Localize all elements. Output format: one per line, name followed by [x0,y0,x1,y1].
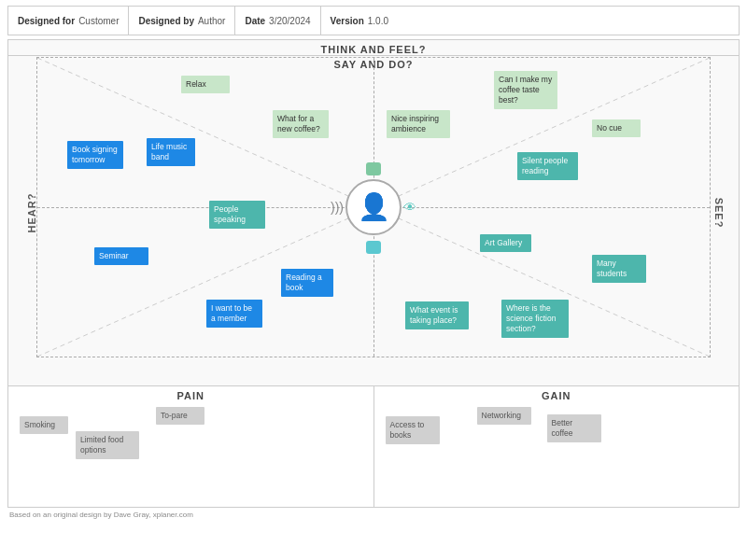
date-value: 3/20/2024 [269,16,311,26]
version-value: 1.0.0 [368,16,388,26]
speech-bubble-top [366,162,381,175]
sticky-note-member[interactable]: I want to be a member [206,300,262,328]
version-cell: Version 1.0.0 [321,7,398,35]
sticky-note-music-band[interactable]: Life music band [147,138,195,166]
eye-icon: 👁 [403,200,416,215]
pain-section: PAIN Smoking Limited food options To-par… [8,386,374,507]
person-icon: 👤 [358,194,390,220]
gain-note-coffee[interactable]: Better coffee [547,414,601,442]
sticky-note-art-gallery[interactable]: Art Gallery [480,234,531,252]
sticky-note-silent[interactable]: Silent people reading [517,152,578,180]
date-cell: Date 3/20/2024 [235,7,320,35]
sticky-note-event[interactable]: What event is taking place? [405,301,469,329]
think-feel-title: THINK AND FEEL? [8,40,739,55]
bottom-section: PAIN Smoking Limited food options To-par… [8,385,739,507]
pain-title: PAIN [12,390,370,401]
gain-note-books[interactable]: Access to books [386,416,440,444]
designed-for-value: Customer [78,16,119,26]
designed-by-value: Author [198,16,225,26]
sticky-note-where-science[interactable]: Where is the science fiction section? [501,300,569,338]
main-container: THINK AND FEEL? HEAR? SEE? ))) 👤 👁 Relax [7,39,740,508]
sticky-note-reading-book[interactable]: Reading a book [281,269,333,297]
sticky-note-no-cue[interactable]: No cue [592,119,641,137]
see-label: SEE? [714,198,726,229]
gain-title: GAIN [378,390,736,401]
footer: Based on an original design by Dave Gray… [0,508,747,522]
person-circle: ))) 👤 👁 [345,179,402,235]
sticky-note-book-signing[interactable]: Book signing tomorrow [67,141,123,169]
pain-note-smoking[interactable]: Smoking [20,416,68,434]
speak-icon: ))) [331,200,344,215]
speech-bubble-bottom [366,241,381,254]
designed-for-cell: Designed for Customer [8,7,129,35]
version-label: Version [331,16,364,26]
designed-by-label: Designed by [138,16,193,26]
date-label: Date [245,16,265,26]
sticky-note-coffee[interactable]: What for a new coffee? [273,110,329,138]
sticky-note-seminar[interactable]: Seminar [94,247,148,265]
sticky-note-many-students[interactable]: Many students [592,255,646,283]
sticky-note-people-speaking[interactable]: People speaking [209,201,265,229]
gain-note-networking[interactable]: Networking [477,407,531,425]
pain-note-food[interactable]: Limited food options [76,431,139,459]
center-figure: ))) 👤 👁 [345,162,402,254]
empathy-map: THINK AND FEEL? HEAR? SEE? ))) 👤 👁 Relax [8,40,739,385]
designed-by-cell: Designed by Author [129,7,235,35]
gain-section: GAIN Access to books Networking Better c… [374,386,740,507]
sticky-note-safety[interactable]: Can I make my coffee taste best? [494,71,557,109]
sticky-note-inspiring[interactable]: Nice inspiring ambience [387,110,450,138]
designed-for-label: Designed for [18,16,75,26]
footer-text: Based on an original design by Dave Gray… [9,511,193,519]
pain-note-topare[interactable]: To-pare [156,407,204,425]
header: Designed for Customer Designed by Author… [7,6,740,35]
sticky-note-relax[interactable]: Relax [181,76,230,93]
